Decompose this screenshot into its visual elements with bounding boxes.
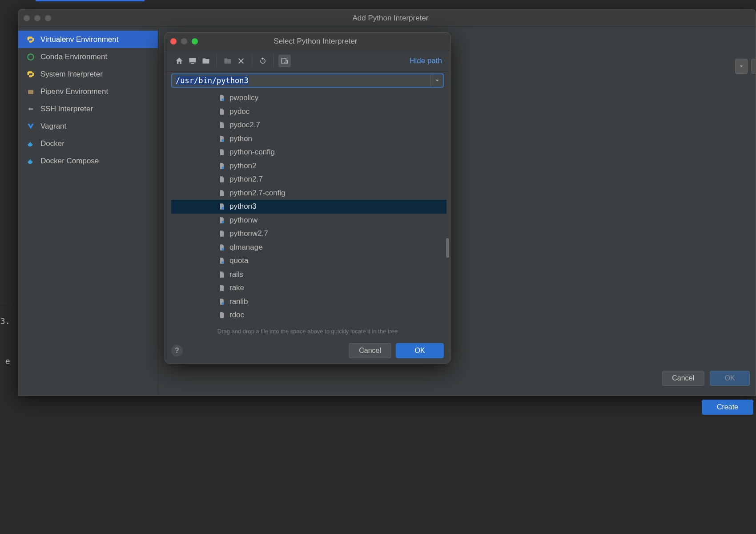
file-name: pydoc2.7: [229, 121, 260, 129]
path-input[interactable]: [172, 74, 430, 87]
file-row[interactable]: rails: [171, 268, 446, 282]
close-icon[interactable]: [170, 38, 177, 44]
project-folder-icon[interactable]: [200, 55, 212, 67]
python-v-icon: [26, 35, 35, 44]
file-icon: [218, 271, 226, 279]
path-history-dropdown[interactable]: [430, 74, 443, 87]
file-name: rake: [229, 283, 244, 292]
terminal-line: n3.: [0, 316, 10, 326]
file-row[interactable]: python3: [171, 200, 446, 214]
sidebar-item-conda-environment[interactable]: Conda Environment: [18, 48, 158, 65]
ok-button[interactable]: OK: [396, 343, 444, 358]
file-name: ranlib: [229, 297, 248, 306]
hide-path-link[interactable]: Hide path: [410, 57, 442, 65]
help-icon[interactable]: ?: [171, 345, 183, 356]
sidebar-item-label: Conda Environment: [40, 53, 107, 61]
file-exec-icon: [218, 202, 226, 210]
file-exec-icon: [218, 243, 226, 251]
file-name: python2.7-config: [229, 189, 286, 198]
sidebar-item-pipenv-environment[interactable]: Pipenv Environment: [18, 83, 158, 100]
base-interpreter-dropdown[interactable]: [735, 59, 748, 74]
sidebar-item-label: System Interpreter: [40, 70, 103, 79]
conda-icon: [26, 53, 35, 61]
file-row[interactable]: quota: [171, 254, 446, 268]
show-hidden-icon[interactable]: [278, 55, 291, 67]
file-exec-icon: [218, 135, 226, 143]
project-footer: Create: [18, 394, 756, 421]
file-row[interactable]: python2: [171, 159, 446, 173]
file-name: rails: [229, 270, 243, 279]
top-progress-bar: [36, 0, 145, 1]
terminal-line: h e: [0, 356, 10, 366]
file-name: python2: [229, 162, 257, 170]
file-row[interactable]: python2.7-config: [171, 186, 446, 200]
terminal-fragment: n3. h e: [0, 303, 18, 392]
window-title: Add Python Interpreter: [31, 9, 750, 27]
close-icon[interactable]: [24, 15, 30, 21]
file-row[interactable]: python-config: [171, 146, 446, 159]
file-name: rdoc: [229, 311, 244, 320]
file-exec-icon: [218, 94, 226, 102]
file-chooser-toolbar: Hide path: [165, 50, 450, 72]
titlebar[interactable]: Select Python Interpreter: [165, 32, 450, 50]
drag-drop-hint: Drag and drop a file into the space abov…: [165, 326, 450, 338]
pipenv-icon: [26, 87, 35, 96]
file-row[interactable]: qlmanage: [171, 241, 446, 255]
modal-footer: ? Cancel OK: [165, 338, 450, 363]
sidebar-item-vagrant[interactable]: Vagrant: [18, 117, 158, 135]
cancel-button[interactable]: Cancel: [662, 371, 704, 386]
file-icon: [218, 189, 226, 197]
home-icon[interactable]: [173, 55, 185, 67]
file-row[interactable]: rake: [171, 281, 446, 295]
file-row[interactable]: pydoc: [171, 105, 446, 119]
file-icon: [218, 148, 226, 156]
file-row[interactable]: pythonw: [171, 214, 446, 227]
browse-button[interactable]: [751, 59, 756, 74]
sidebar-item-label: Docker Compose: [40, 157, 99, 166]
file-name: pythonw: [229, 216, 257, 225]
file-icon: [218, 230, 226, 238]
titlebar[interactable]: Add Python Interpreter: [18, 9, 756, 27]
file-row[interactable]: pydoc2.7: [171, 118, 446, 132]
create-button[interactable]: Create: [702, 400, 753, 415]
refresh-icon[interactable]: [257, 55, 269, 67]
ok-button[interactable]: OK: [710, 371, 750, 386]
sidebar-item-label: SSH Interpreter: [40, 105, 93, 113]
desktop-icon[interactable]: [186, 55, 199, 67]
sidebar-item-label: Virtualenv Environment: [40, 35, 118, 44]
select-interpreter-modal: Select Python Interpreter Hide path pwpo…: [165, 32, 450, 364]
file-row[interactable]: python: [171, 132, 446, 146]
file-icon: [218, 311, 226, 319]
new-folder-icon: [221, 55, 234, 67]
file-row[interactable]: pwpolicy: [171, 91, 446, 105]
scrollbar-thumb[interactable]: [446, 238, 449, 258]
file-row[interactable]: ranlib: [171, 295, 446, 309]
sidebar-item-ssh-interpreter[interactable]: SSH Interpreter: [18, 100, 158, 117]
file-name: python3: [229, 202, 257, 211]
file-exec-icon: [218, 216, 226, 224]
file-row[interactable]: pythonw2.7: [171, 227, 446, 241]
sidebar-item-label: Docker: [40, 139, 64, 148]
file-icon: [218, 121, 226, 129]
sidebar-item-docker-compose[interactable]: Docker Compose: [18, 152, 158, 170]
file-name: pydoc: [229, 107, 249, 116]
interpreter-type-sidebar: Virtualenv EnvironmentConda EnvironmentS…: [18, 27, 158, 396]
file-row[interactable]: python2.7: [171, 173, 446, 186]
sidebar-item-virtualenv-environment[interactable]: Virtualenv Environment: [18, 31, 158, 48]
file-row[interactable]: rdoc: [171, 308, 446, 322]
modal-title: Select Python Interpreter: [186, 32, 445, 50]
vagrant-icon: [26, 122, 35, 131]
file-icon: [218, 175, 226, 183]
file-exec-icon: [218, 162, 226, 170]
sidebar-item-system-interpreter[interactable]: System Interpreter: [18, 65, 158, 83]
cancel-button[interactable]: Cancel: [349, 343, 391, 358]
file-name: python2.7: [229, 175, 263, 184]
file-name: quota: [229, 256, 249, 265]
file-name: pwpolicy: [229, 93, 258, 102]
file-name: python: [229, 134, 252, 143]
sidebar-item-docker[interactable]: Docker: [18, 135, 158, 152]
delete-icon[interactable]: [235, 55, 247, 67]
file-name: python-config: [229, 148, 275, 157]
file-icon: [218, 284, 226, 292]
file-tree[interactable]: pwpolicypydocpydoc2.7pythonpython-config…: [165, 91, 450, 326]
